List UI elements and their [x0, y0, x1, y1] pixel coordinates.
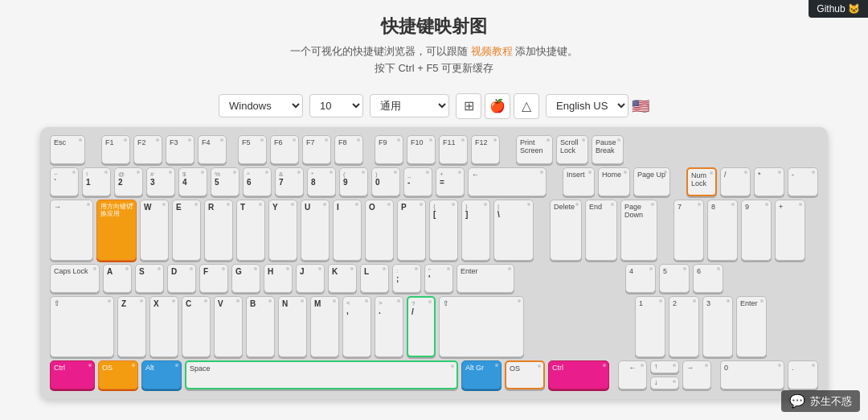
key-tab[interactable]: →	[50, 200, 93, 261]
key-enter[interactable]: Enter	[457, 264, 514, 293]
key-lshift[interactable]: ⇧	[50, 296, 114, 357]
key-num4[interactable]: 4	[625, 264, 656, 293]
key-numlock[interactable]: NumLock	[686, 167, 717, 196]
key-numdiv[interactable]: /	[720, 167, 751, 196]
key-f1[interactable]: F1	[101, 135, 130, 164]
key-numenter[interactable]: Enter	[736, 296, 767, 357]
key-arrowup[interactable]: ↑	[650, 360, 679, 373]
key-f11[interactable]: F11	[439, 135, 468, 164]
key-9[interactable]: (9	[339, 167, 368, 196]
key-q[interactable]: 用方向键切换应用	[96, 200, 137, 261]
key-3[interactable]: #3	[146, 167, 175, 196]
key-rctrl[interactable]: Ctrl	[548, 360, 609, 389]
key-s[interactable]: S	[135, 264, 164, 293]
key-end[interactable]: End	[585, 200, 617, 261]
key-los[interactable]: OS	[98, 360, 138, 389]
key-minus[interactable]: _-	[403, 167, 432, 196]
key-home[interactable]: Home	[598, 167, 630, 196]
key-f8[interactable]: F8	[334, 135, 363, 164]
key-pause[interactable]: PauseBreak	[592, 135, 624, 164]
key-f7[interactable]: F7	[302, 135, 331, 164]
key-f[interactable]: F	[199, 264, 228, 293]
key-m[interactable]: M	[310, 296, 339, 357]
key-equals[interactable]: +=	[436, 167, 465, 196]
key-f9[interactable]: F9	[375, 135, 403, 164]
key-quote[interactable]: "'	[424, 264, 453, 293]
key-v[interactable]: V	[214, 296, 243, 357]
app-select[interactable]: 通用 Chrome Firefox	[370, 94, 449, 117]
key-printscreen[interactable]: PrintScreen	[516, 135, 553, 164]
key-period[interactable]: >.	[375, 296, 403, 357]
key-f4[interactable]: F4	[198, 135, 227, 164]
key-e[interactable]: E	[172, 200, 201, 261]
key-2[interactable]: @2	[114, 167, 143, 196]
key-7[interactable]: &7	[275, 167, 304, 196]
key-f3[interactable]: F3	[166, 135, 194, 164]
key-n[interactable]: N	[278, 296, 307, 357]
key-arrowright[interactable]: →	[682, 360, 711, 389]
key-k[interactable]: K	[328, 264, 357, 293]
key-0[interactable]: )0	[371, 167, 400, 196]
video-tutorial-link[interactable]: 视频教程	[471, 45, 513, 57]
key-semicolon[interactable]: :;	[392, 264, 421, 293]
key-backspace[interactable]: ←	[468, 167, 547, 196]
key-insert[interactable]: Insert	[563, 167, 595, 196]
key-num9[interactable]: 9	[741, 200, 772, 261]
windows-icon-btn[interactable]: ⊞	[456, 93, 481, 119]
key-x[interactable]: X	[149, 296, 178, 357]
key-pageup[interactable]: Page Up	[633, 167, 670, 196]
key-nummul[interactable]: *	[754, 167, 784, 196]
key-num6[interactable]: 6	[693, 264, 723, 293]
key-c[interactable]: C	[182, 296, 211, 357]
key-5[interactable]: %5	[211, 167, 240, 196]
key-lbracket[interactable]: {[	[429, 200, 458, 261]
key-j[interactable]: J	[296, 264, 325, 293]
key-f6[interactable]: F6	[270, 135, 299, 164]
key-g[interactable]: G	[231, 264, 260, 293]
key-numadd[interactable]: +	[775, 200, 805, 261]
version-select[interactable]: 7 8 10 11	[309, 94, 363, 117]
key-num8[interactable]: 8	[707, 200, 738, 261]
key-capslock[interactable]: Caps Lock	[50, 264, 100, 293]
key-scrolllock[interactable]: ScrollLock	[556, 135, 588, 164]
key-6[interactable]: ^6	[243, 167, 272, 196]
key-comma[interactable]: <,	[342, 296, 371, 357]
key-delete[interactable]: Delete	[550, 200, 582, 261]
key-4[interactable]: $4	[178, 167, 207, 196]
key-z[interactable]: Z	[117, 296, 146, 357]
key-num1[interactable]: 1	[635, 296, 665, 357]
apple-icon-btn[interactable]: 🍎	[485, 93, 510, 119]
key-backtick[interactable]: ~`	[50, 167, 79, 196]
key-altgr[interactable]: Alt Gr	[461, 360, 502, 389]
key-y[interactable]: Y	[268, 200, 297, 261]
key-lctrl[interactable]: Ctrl	[50, 360, 95, 389]
key-num2[interactable]: 2	[669, 296, 699, 357]
key-num5[interactable]: 5	[659, 264, 690, 293]
key-num3[interactable]: 3	[702, 296, 733, 357]
key-lalt[interactable]: Alt	[141, 360, 182, 389]
key-ros[interactable]: OS	[505, 360, 545, 389]
key-b[interactable]: B	[246, 296, 275, 357]
key-u[interactable]: U	[301, 200, 330, 261]
key-numdot[interactable]: .	[788, 360, 818, 389]
key-o[interactable]: O	[365, 200, 394, 261]
key-backslash[interactable]: |\	[493, 200, 534, 261]
key-rbracket[interactable]: }]	[461, 200, 490, 261]
key-a[interactable]: A	[103, 264, 132, 293]
linux-icon-btn[interactable]: △	[514, 93, 539, 119]
key-1[interactable]: !1	[82, 167, 111, 196]
key-rshift[interactable]: ⇧	[439, 296, 524, 357]
github-button[interactable]: Github 🐱	[809, 0, 868, 18]
key-p[interactable]: P	[397, 200, 426, 261]
key-pagedown[interactable]: PageDown	[620, 200, 657, 261]
key-f12[interactable]: F12	[471, 135, 500, 164]
key-numsub[interactable]: -	[788, 167, 818, 196]
key-esc[interactable]: Esc	[50, 135, 85, 164]
lang-select[interactable]: English US Chinese	[546, 94, 628, 117]
key-h[interactable]: H	[264, 264, 293, 293]
key-f2[interactable]: F2	[133, 135, 162, 164]
key-f10[interactable]: F10	[407, 135, 436, 164]
key-arrowdown[interactable]: ↓	[650, 377, 679, 389]
key-8[interactable]: *8	[307, 167, 336, 196]
key-space[interactable]: Space	[185, 360, 458, 389]
